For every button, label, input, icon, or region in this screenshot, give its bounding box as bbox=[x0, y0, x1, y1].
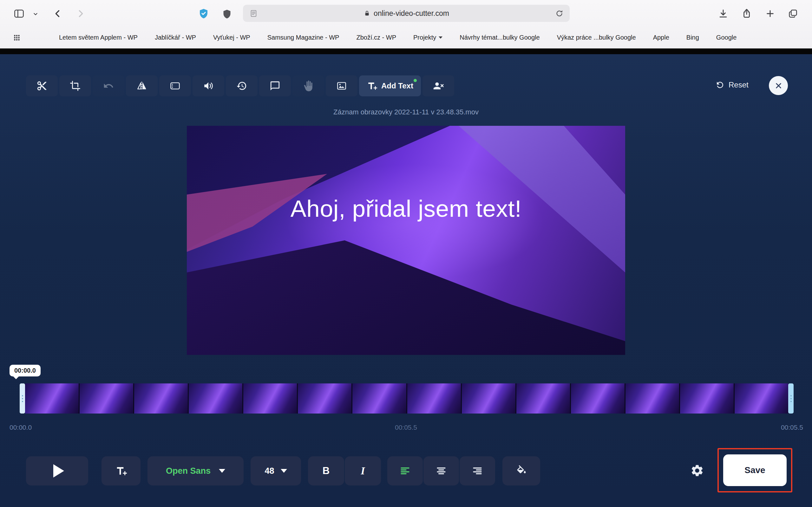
reload-button[interactable] bbox=[554, 8, 565, 19]
speed-button[interactable] bbox=[226, 75, 258, 96]
timeline-thumbnail bbox=[680, 383, 734, 413]
edit-toolbar: Add Text bbox=[26, 75, 454, 96]
new-tab-button[interactable] bbox=[763, 7, 778, 20]
timeline-label-end: 00:05.5 bbox=[781, 424, 803, 431]
scissors-icon bbox=[37, 80, 47, 91]
sidebar-icon bbox=[13, 8, 25, 19]
url-center-group: online-video-cutter.com bbox=[363, 9, 449, 18]
privacy-shield-icon bbox=[198, 8, 209, 19]
bold-button[interactable]: B bbox=[308, 456, 344, 486]
bookmark-item[interactable]: Bing bbox=[687, 34, 699, 41]
italic-button[interactable]: I bbox=[345, 456, 381, 486]
chevron-down-icon bbox=[281, 469, 287, 473]
bookmark-item[interactable]: Výkaz práce ...bulky Google bbox=[557, 34, 636, 41]
bookmark-item[interactable]: Samsung Magazine - WP bbox=[267, 34, 339, 41]
bookmark-item[interactable]: Letem světem Applem - WP bbox=[59, 34, 138, 41]
bookmark-grid-icon bbox=[13, 34, 21, 42]
bookmark-list: Letem světem Applem - WP Jablíčkář - WP … bbox=[59, 34, 737, 41]
timeline-thumbnail bbox=[80, 383, 133, 413]
bookmark-item[interactable]: Jablíčkář - WP bbox=[155, 34, 196, 41]
volume-icon bbox=[203, 80, 214, 91]
downloads-button[interactable] bbox=[716, 7, 731, 20]
reload-icon bbox=[555, 9, 564, 18]
flip-button[interactable] bbox=[126, 75, 158, 96]
timeline-label-middle: 00:05.5 bbox=[395, 424, 417, 431]
align-right-button[interactable] bbox=[460, 456, 495, 486]
align-left-icon bbox=[399, 465, 411, 476]
forward-button[interactable] bbox=[73, 7, 88, 20]
timeline-thumbnail bbox=[298, 383, 351, 413]
back-button[interactable] bbox=[50, 7, 65, 20]
font-size-dropdown[interactable]: 48 bbox=[251, 456, 301, 486]
speed-icon bbox=[236, 80, 247, 91]
privacy-extension-button[interactable] bbox=[197, 7, 211, 20]
gear-icon bbox=[690, 464, 704, 477]
bookmark-item[interactable]: Zboží.cz - WP bbox=[356, 34, 396, 41]
trim-handle-end[interactable] bbox=[788, 383, 794, 413]
bookmarks-bar: Letem světem Applem - WP Jablíčkář - WP … bbox=[0, 27, 812, 49]
adblock-shield-icon bbox=[222, 9, 232, 19]
bookmark-item[interactable]: Apple bbox=[653, 34, 669, 41]
remove-logo-button[interactable] bbox=[422, 75, 454, 96]
reset-button[interactable]: Reset bbox=[715, 80, 749, 90]
new-feature-dot bbox=[414, 79, 417, 82]
video-preview[interactable]: Ahoj, přidal jsem text! bbox=[187, 126, 625, 355]
timeline-thumbnail bbox=[352, 383, 406, 413]
add-text-button[interactable]: Add Text bbox=[359, 75, 421, 96]
trim-handle-start[interactable] bbox=[20, 383, 25, 413]
caption-button[interactable] bbox=[259, 75, 291, 96]
address-bar[interactable]: online-video-cutter.com bbox=[243, 5, 570, 22]
plus-icon bbox=[765, 9, 775, 19]
lock-icon bbox=[363, 10, 370, 17]
align-center-button[interactable] bbox=[423, 456, 459, 486]
url-text[interactable]: online-video-cutter.com bbox=[374, 9, 449, 18]
bookmark-item[interactable]: Vyťukej - WP bbox=[213, 34, 250, 41]
timeline-thumbnails[interactable] bbox=[25, 383, 788, 413]
frames-button[interactable] bbox=[159, 75, 191, 96]
chevron-down-icon bbox=[32, 10, 39, 17]
browser-chrome: online-video-cutter.com bbox=[0, 0, 812, 49]
bookmark-folder-label: Projekty bbox=[413, 34, 436, 41]
timeline[interactable] bbox=[20, 383, 794, 413]
bookmark-item[interactable]: Návrhy témat...bulky Google bbox=[460, 34, 540, 41]
flip-icon bbox=[136, 80, 147, 91]
bookmark-folder-projekty[interactable]: Projekty bbox=[413, 34, 443, 41]
bookmark-item[interactable]: Google bbox=[716, 34, 737, 41]
page-top-strip bbox=[0, 49, 812, 54]
timeline-thumbnail bbox=[243, 383, 297, 413]
video-overlay-text[interactable]: Ahoj, přidal jsem text! bbox=[187, 195, 625, 222]
save-button[interactable]: Save bbox=[723, 454, 786, 486]
timeline-thumbnail bbox=[516, 383, 570, 413]
sidebar-chevron-button[interactable] bbox=[31, 9, 41, 18]
cut-button[interactable] bbox=[26, 75, 58, 96]
tab-overview-button[interactable] bbox=[785, 7, 801, 20]
add-image-button[interactable] bbox=[326, 75, 357, 96]
gesture-button[interactable] bbox=[293, 75, 324, 96]
forward-icon bbox=[75, 8, 86, 19]
download-icon bbox=[718, 8, 728, 19]
rotate-button[interactable] bbox=[93, 75, 124, 96]
crop-button[interactable] bbox=[59, 75, 91, 96]
adblock-extension-button[interactable] bbox=[220, 8, 234, 20]
favorites-grid-button[interactable] bbox=[11, 32, 22, 43]
chevron-down-icon bbox=[439, 37, 443, 39]
align-left-button[interactable] bbox=[387, 456, 423, 486]
fill-color-button[interactable] bbox=[502, 456, 540, 486]
close-button[interactable] bbox=[769, 76, 788, 95]
volume-button[interactable] bbox=[193, 75, 224, 96]
align-right-icon bbox=[472, 465, 483, 476]
page-settings-button[interactable] bbox=[248, 8, 259, 19]
chevron-down-icon bbox=[219, 469, 225, 473]
sidebar-toggle-button[interactable] bbox=[11, 7, 27, 20]
settings-button[interactable] bbox=[687, 460, 707, 481]
share-button[interactable] bbox=[739, 7, 754, 20]
film-icon bbox=[170, 80, 181, 91]
font-family-dropdown[interactable]: Open Sans bbox=[148, 456, 244, 486]
add-text-element-button[interactable] bbox=[101, 456, 141, 486]
play-button[interactable] bbox=[26, 456, 88, 486]
reset-label: Reset bbox=[728, 80, 749, 89]
hand-icon bbox=[303, 80, 314, 91]
crop-icon bbox=[70, 80, 81, 91]
timeline-label-start: 00:00.0 bbox=[9, 424, 32, 431]
add-image-icon bbox=[336, 80, 347, 91]
